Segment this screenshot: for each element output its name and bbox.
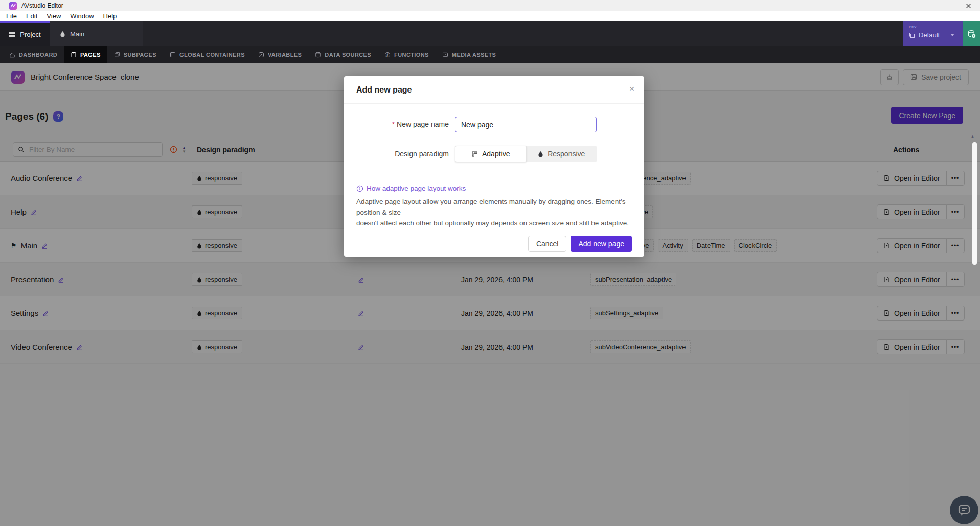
window-title: AVstudio Editor <box>21 2 63 9</box>
database-play-icon <box>967 30 976 38</box>
nav-item-dashboard[interactable]: DASHBOARD <box>3 46 64 63</box>
tab-project[interactable]: Project <box>0 21 50 46</box>
required-asterisk: * <box>392 120 395 128</box>
menu-item[interactable]: Window <box>65 11 98 21</box>
add-new-page-button[interactable]: Add new page <box>571 236 632 252</box>
menu-item[interactable]: Help <box>99 11 122 21</box>
nav-item-data-sources[interactable]: DATA SOURCES <box>308 46 378 63</box>
dialog-close-icon[interactable]: ✕ <box>629 85 635 93</box>
menu-item[interactable]: Edit <box>21 11 42 21</box>
tab-main[interactable]: Main <box>50 21 143 46</box>
title-bar: AVstudio Editor <box>0 0 980 11</box>
chevron-down-icon <box>950 34 954 36</box>
segment-adaptive[interactable]: Adaptive <box>455 146 527 162</box>
menu-bar: File Edit View Window Help <box>0 11 980 21</box>
design-paradigm-label: Design paradigm <box>344 146 449 162</box>
app-window: AVstudio Editor File Edit View Window He… <box>0 0 980 526</box>
tab-main-label: Main <box>70 30 84 38</box>
section-nav: DASHBOARD PAGES SUBPAGES GLOBAL CONTAINE… <box>0 46 980 63</box>
nav-item-functions[interactable]: ƒ FUNCTIONS <box>378 46 436 63</box>
nav-item-global-containers[interactable]: GLOBAL CONTAINERS <box>163 46 252 63</box>
ruler-icon <box>471 151 478 157</box>
nav-item-subpages[interactable]: SUBPAGES <box>107 46 163 63</box>
nav-item-pages[interactable]: PAGES <box>64 46 107 63</box>
environment-selector[interactable]: env Default <box>903 21 963 46</box>
container-icon <box>170 52 176 58</box>
dialog-title: Add new page <box>356 76 412 103</box>
text-caret <box>494 121 494 129</box>
dialog-body-divider <box>350 173 638 173</box>
page-icon <box>71 52 77 58</box>
scrollbar-up-arrow[interactable]: ▲ <box>970 134 975 139</box>
run-environment-button[interactable] <box>963 21 980 46</box>
svg-text:ƒ: ƒ <box>386 53 389 57</box>
adaptive-description: Adaptive page layout allow you arrange e… <box>356 196 635 228</box>
database-icon <box>315 52 321 58</box>
env-label: env <box>909 24 963 29</box>
env-value: Default <box>919 31 940 39</box>
subpages-icon <box>114 52 120 58</box>
drop-icon <box>538 151 543 157</box>
menu-item[interactable]: View <box>42 11 65 21</box>
home-icon <box>9 52 15 58</box>
app-logo-icon <box>9 2 17 10</box>
copy-icon <box>909 32 915 38</box>
info-icon <box>356 185 363 192</box>
grid-icon <box>9 31 15 38</box>
add-new-page-dialog: Add new page ✕ *New page name New page D… <box>344 76 644 257</box>
nav-item-variables[interactable]: VARIABLES <box>252 46 308 63</box>
window-controls <box>909 0 980 11</box>
minimize-button[interactable] <box>909 0 933 11</box>
segment-responsive[interactable]: Responsive <box>527 146 597 162</box>
scrollbar-thumb[interactable] <box>972 142 977 265</box>
new-page-name-label: *New page name <box>344 117 449 132</box>
function-icon: ƒ <box>384 52 391 58</box>
menu-item[interactable]: File <box>2 11 21 21</box>
close-button[interactable] <box>956 0 980 11</box>
variable-icon <box>258 52 264 58</box>
tab-project-label: Project <box>20 31 40 38</box>
maximize-button[interactable] <box>933 0 956 11</box>
workspace-toolbar: Project Main env Default <box>0 21 980 46</box>
cancel-button[interactable]: Cancel <box>528 236 567 252</box>
design-paradigm-segmented: Adaptive Responsive <box>455 146 597 162</box>
new-page-name-input[interactable]: New page <box>455 117 597 132</box>
adaptive-help-link[interactable]: How adaptive page layout works <box>356 185 466 192</box>
drop-icon <box>60 31 65 37</box>
dialog-header-divider <box>344 103 644 104</box>
nav-item-media-assets[interactable]: MEDIA ASSETS <box>436 46 503 63</box>
media-icon <box>442 52 448 58</box>
